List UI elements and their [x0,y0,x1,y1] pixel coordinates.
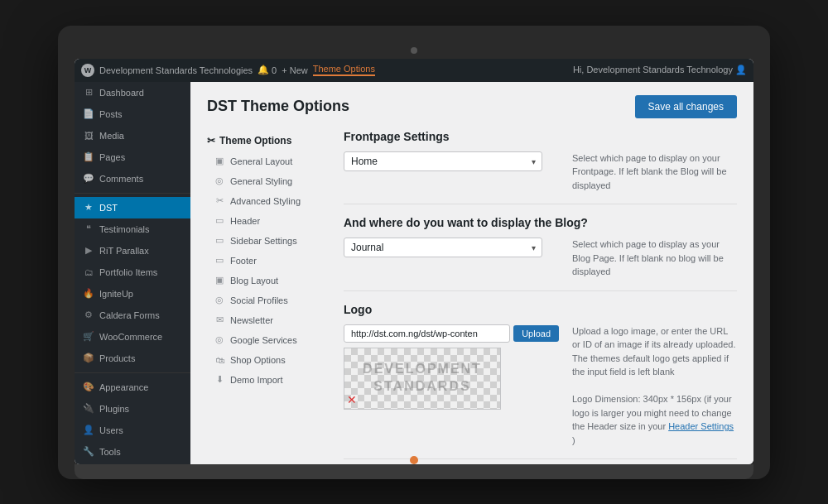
sidebar-item-rit-parallax[interactable]: ▶ RiT Parallax [75,240,190,262]
advanced-styling-icon: ✂ [214,195,225,207]
appearance-icon: 🎨 [83,382,94,393]
logo-url-input[interactable] [344,324,510,343]
sidebar-item-posts[interactable]: 📄 Posts [75,103,190,125]
products-icon: 📦 [83,353,94,364]
submenu-advanced-styling[interactable]: ✂ Advanced Styling [207,191,327,211]
sidebar-divider-2 [75,372,190,373]
tools-icon: 🔧 [83,446,94,458]
sidebar-item-plugins[interactable]: 🔌 Plugins [75,398,190,420]
submenu-social-profiles[interactable]: ◎ Social Profiles [207,290,327,310]
pages-icon: 📋 [83,151,94,163]
sidebar-item-pages[interactable]: 📋 Pages [75,146,190,168]
admin-bar-left: W Development Standards Technologies 🔔 0… [81,64,573,77]
submenu-newsletter[interactable]: ✉ Newsletter [207,310,327,330]
dst-icon: ★ [83,202,94,214]
admin-bar-right: Hi, Development Standards Technology 👤 [573,65,747,75]
sidebar-item-woocommerce[interactable]: 🛒 WooCommerce [75,326,190,348]
admin-bar-theme-options[interactable]: Theme Options [313,64,375,76]
sidebar-item-tools[interactable]: 🔧 Tools [75,441,190,463]
submenu-demo-import[interactable]: ⬇ Demo Import [207,370,327,390]
sidebar-item-dst[interactable]: ★ DST [75,197,190,218]
logo-preview-text: Development Standards [363,361,482,396]
logo-preview: Development Standards ✕ [344,348,501,410]
users-icon: 👤 [83,425,94,436]
admin-bar-site[interactable]: Development Standards Technologies [99,65,253,75]
plugins-icon: 🔌 [83,403,94,415]
general-styling-icon: ◎ [214,175,225,187]
sidebar-item-media[interactable]: 🖼 Media [75,125,190,146]
frontpage-select[interactable]: Home About Contact Blog [344,151,542,171]
demo-import-icon: ⬇ [214,374,225,386]
submenu-title: ✂ Theme Options [207,130,327,151]
settings-main-content: Frontpage Settings Home About Contact Bl [344,130,737,464]
frontpage-field-row: Home About Contact Blog ▾ Select which p… [344,151,737,193]
sidebar-item-caldera[interactable]: ⚙ Caldera Forms [75,305,190,326]
logo-delete-icon[interactable]: ✕ [347,393,357,406]
frontpage-select-wrapper: Home About Contact Blog ▾ [344,151,542,171]
admin-bar-notifications[interactable]: 🔔 0 [258,65,277,75]
wrench-icon: ✂ [207,135,215,146]
frontpage-section-title: Frontpage Settings [344,130,737,143]
blog-layout-icon: ▣ [214,275,225,286]
logo-help-text: Upload a logo image, or enter the URL or… [572,324,737,448]
settings-submenu: ✂ Theme Options ▣ General Layout ◎ Gener… [207,130,327,464]
bell-icon: 🔔 [258,65,269,75]
submenu-google-services[interactable]: ◎ Google Services [207,330,327,350]
submenu-shop-options[interactable]: 🛍 Shop Options [207,350,327,370]
submenu-sidebar-settings[interactable]: ▭ Sidebar Settings [207,231,327,251]
blog-field-left: Journal Blog News ▾ [344,238,559,257]
logo-section-title: Logo [344,303,737,316]
posts-icon: 📄 [83,108,94,120]
laptop-base [75,464,753,479]
sidebar-item-users[interactable]: 👤 Users [75,420,190,441]
caldera-icon: ⚙ [83,310,94,321]
frontpage-field-left: Home About Contact Blog ▾ [344,151,559,171]
scroll-indicator [410,456,418,464]
sidebar-item-dashboard[interactable]: ⊞ Dashboard [75,82,190,103]
save-all-button[interactable]: Save all changes [635,95,737,118]
blog-select[interactable]: Journal Blog News [344,238,542,257]
divider-1 [344,204,737,204]
woocommerce-icon: 🛒 [83,331,94,343]
sidebar-item-settings[interactable]: ⚙ Settings [75,463,190,464]
sidebar-settings-icon: ▭ [214,235,225,247]
logo-field-left: Upload Development Standards ✕ [344,324,559,410]
page-title: DST Theme Options [207,98,349,115]
blog-section-title: And where do you want to display the Blo… [344,216,737,229]
admin-bar: W Development Standards Technologies 🔔 0… [75,59,753,82]
logo-field-row: Upload Development Standards ✕ [344,324,737,448]
sidebar: ⊞ Dashboard 📄 Posts 🖼 Media 📋 Pages [75,82,190,464]
divider-2 [344,290,737,291]
sidebar-item-testimonials[interactable]: ❝ Testimonials [75,218,190,240]
footer-icon: ▭ [214,255,225,266]
sidebar-item-portfolio[interactable]: 🗂 Portfolio Items [75,262,190,283]
media-icon: 🖼 [83,130,94,142]
sidebar-item-appearance[interactable]: 🎨 Appearance [75,377,190,398]
portfolio-icon: 🗂 [83,266,94,278]
wp-logo-icon[interactable]: W [81,64,94,77]
sidebar-item-comments[interactable]: 💬 Comments [75,168,190,190]
page-header: DST Theme Options Save all changes [207,95,737,118]
header-icon: ▭ [214,215,225,227]
sidebar-item-products[interactable]: 📦 Products [75,348,190,369]
submenu-general-styling[interactable]: ◎ General Styling [207,171,327,191]
igniteup-icon: 🔥 [83,288,94,300]
user-icon: 👤 [735,65,747,74]
submenu-footer[interactable]: ▭ Footer [207,251,327,271]
divider-3 [344,458,737,459]
admin-bar-new[interactable]: + New [282,65,308,75]
submenu-general-layout[interactable]: ▣ General Layout [207,151,327,171]
submenu-header[interactable]: ▭ Header [207,211,327,231]
sidebar-divider-1 [75,193,190,194]
dashboard-icon: ⊞ [83,87,94,98]
blog-help-text: Select which page to display as your Blo… [572,238,737,279]
submenu-blog-layout[interactable]: ▣ Blog Layout [207,271,327,290]
logo-upload-button[interactable]: Upload [513,325,559,342]
social-profiles-icon: ◎ [214,295,225,306]
shop-options-icon: 🛍 [214,354,225,366]
rit-parallax-icon: ▶ [83,245,94,257]
sidebar-item-igniteup[interactable]: 🔥 IgniteUp [75,283,190,305]
header-settings-link[interactable]: Header Settings [668,421,734,431]
blog-field-row: Journal Blog News ▾ Select which page to… [344,238,737,279]
frontpage-help-text: Select which page to display on your Fro… [572,151,737,193]
